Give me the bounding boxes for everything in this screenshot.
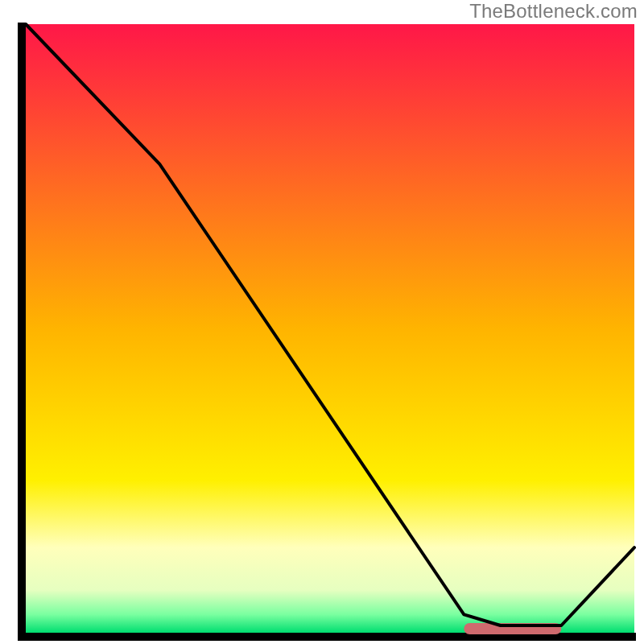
chart-stage: TheBottleneck.com <box>0 0 644 644</box>
plot-background <box>26 24 634 633</box>
bottleneck-chart <box>0 0 644 644</box>
y-axis <box>18 23 26 641</box>
